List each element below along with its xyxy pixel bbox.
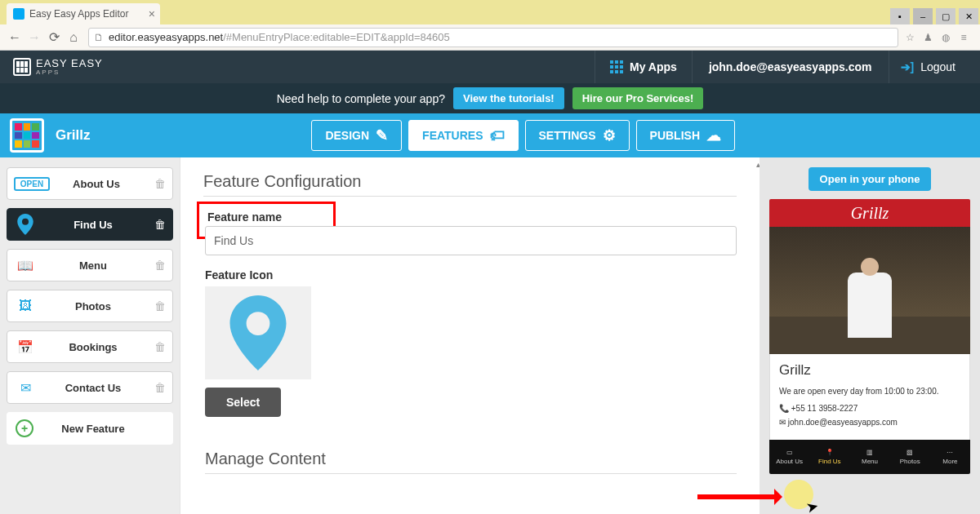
tab-favicon	[13, 8, 24, 20]
map-pin-icon	[229, 295, 287, 370]
pin-icon	[7, 214, 43, 235]
config-panel: Feature Configuration Feature name Featu…	[180, 157, 760, 514]
maximize-button[interactable]: ▢	[936, 8, 956, 24]
phone-frame: Grillz Grillz We are open every day from…	[769, 199, 970, 474]
preview-email: ✉ john.doe@easyeasyapps.com	[779, 418, 960, 427]
extension-icons: ☆ ♟ ◍ ≡	[903, 31, 975, 44]
select-icon-button[interactable]: Select	[205, 388, 281, 417]
tab-features-label: FEATURES	[422, 129, 483, 142]
more-icon: ⋯	[947, 449, 953, 456]
phone-brand-header: Grillz	[769, 199, 970, 227]
preview-tab-label: Photos	[900, 458, 920, 465]
sidebar-item-bookings[interactable]: 📅 Bookings 🗑	[7, 330, 173, 363]
tab-design[interactable]: DESIGN ✎	[311, 120, 402, 151]
grid-icon	[610, 60, 623, 73]
my-apps-button[interactable]: My Apps	[595, 51, 692, 83]
trash-icon[interactable]: 🗑	[154, 218, 166, 231]
gear-icon: ⚙	[603, 126, 616, 144]
tab-title: Easy Easy Apps Editor	[29, 8, 128, 20]
manage-content-title: Manage Content	[205, 450, 737, 474]
help-prompt: Need help to complete your app?	[277, 92, 445, 105]
image-icon: 🖼	[7, 299, 43, 313]
minimize-button[interactable]: –	[913, 8, 933, 24]
my-apps-label: My Apps	[630, 60, 677, 73]
browser-titlebar: Easy Easy Apps Editor × ▪ – ▢ ✕	[0, 0, 980, 24]
window-buttons: ▪ – ▢ ✕	[889, 7, 980, 24]
pin-icon: 📍	[826, 449, 834, 456]
feature-icon-label: Feature Icon	[205, 268, 273, 281]
star-icon[interactable]: ☆	[903, 31, 916, 44]
sidebar-item-contact-us[interactable]: ✉ Contact Us 🗑	[7, 371, 173, 404]
trash-icon[interactable]: 🗑	[154, 381, 166, 394]
reload-button[interactable]: ⟳	[44, 28, 64, 47]
home-button[interactable]: ⌂	[64, 28, 83, 47]
address-bar[interactable]: 🗋 editor.easyeasyapps.net/#MenuEntryPlac…	[88, 28, 898, 47]
sidebar-item-find-us[interactable]: Find Us 🗑	[7, 208, 173, 241]
user-email[interactable]: john.doe@easyeasyapps.com	[692, 51, 889, 83]
hire-pro-button[interactable]: Hire our Pro Services!	[572, 87, 704, 109]
browser-tab[interactable]: Easy Easy Apps Editor ×	[7, 3, 160, 24]
app-name: Grillz	[56, 127, 91, 144]
preview-tab-label: About Us	[776, 458, 803, 465]
preview-tab-findus[interactable]: 📍Find Us	[809, 440, 849, 474]
logout-label: Logout	[920, 60, 956, 73]
open-sign-icon: OPEN	[14, 177, 50, 191]
tab-features[interactable]: FEATURES 🏷	[408, 120, 518, 151]
feature-sidebar: OPEN About Us 🗑 Find Us 🗑 📖 Menu 🗑 🖼 Pho…	[0, 157, 180, 514]
sidebar-item-menu[interactable]: 📖 Menu 🗑	[7, 249, 173, 281]
sidebar-item-label: New Feature	[42, 423, 173, 435]
preview-phone-number: +55 11 3958-2227	[791, 404, 858, 413]
logout-button[interactable]: ➔] Logout	[889, 51, 968, 83]
trash-icon[interactable]: 🗑	[154, 177, 166, 190]
annotation-arrow	[697, 494, 779, 499]
sidebar-item-label: Find Us	[43, 219, 172, 231]
sidebar-item-about-us[interactable]: OPEN About Us 🗑	[7, 167, 173, 200]
logo[interactable]: EASY EASY APPS	[13, 58, 103, 76]
view-tutorials-button[interactable]: View the tutorials!	[453, 87, 564, 109]
back-button[interactable]: ←	[5, 28, 24, 47]
sidebar-item-label: Contact Us	[43, 382, 172, 394]
open-sign-icon: ▭	[786, 449, 793, 456]
feature-name-input[interactable]	[205, 226, 737, 255]
menu-icon[interactable]: ≡	[957, 31, 970, 44]
mail-icon: ✉	[7, 380, 43, 396]
preview-tab-label: Menu	[862, 458, 878, 465]
logo-text-line1: EASY EASY	[36, 59, 103, 69]
trash-icon[interactable]: 🗑	[154, 340, 166, 353]
logo-text-line2: APPS	[36, 69, 103, 76]
logo-icon	[13, 58, 31, 76]
url-path: /#MenuEntryPlace:editable=EDIT&appId=846…	[223, 31, 450, 43]
close-window-button[interactable]: ✕	[959, 8, 978, 24]
plus-circle-icon: +	[7, 419, 42, 437]
preview-tab-more[interactable]: ⋯More	[930, 440, 970, 474]
forward-button: →	[24, 28, 44, 47]
logout-icon: ➔]	[901, 60, 915, 73]
sidebar-item-label: Bookings	[43, 341, 172, 353]
subheader: Grillz DESIGN ✎ FEATURES 🏷 SETTINGS ⚙ PU…	[0, 113, 980, 157]
brush-icon: ✎	[376, 126, 388, 144]
tab-settings[interactable]: SETTINGS ⚙	[525, 120, 630, 151]
help-banner: Need help to complete your app? View the…	[0, 83, 980, 113]
app-logo-icon	[10, 118, 44, 153]
feature-name-label: Feature name	[207, 210, 325, 224]
pin-ext-icon[interactable]: ♟	[921, 31, 934, 44]
preview-tab-menu[interactable]: ▥Menu	[849, 440, 889, 474]
open-in-phone-button[interactable]: Open in your phone	[808, 167, 932, 191]
main-row: OPEN About Us 🗑 Find Us 🗑 📖 Menu 🗑 🖼 Pho…	[0, 157, 980, 514]
user-switch-button[interactable]: ▪	[890, 8, 910, 24]
image-icon: ▧	[906, 449, 913, 456]
sidebar-item-photos[interactable]: 🖼 Photos 🗑	[7, 290, 173, 322]
preview-app-title: Grillz	[779, 362, 960, 379]
trash-icon[interactable]: 🗑	[154, 259, 166, 272]
tab-close-icon[interactable]: ×	[149, 7, 155, 20]
globe-ext-icon[interactable]: ◍	[939, 31, 952, 44]
trash-icon[interactable]: 🗑	[154, 299, 166, 312]
preview-tab-photos[interactable]: ▧Photos	[890, 440, 930, 474]
preview-tabbar: ▭About Us 📍Find Us ▥Menu ▧Photos ⋯More	[769, 440, 970, 474]
preview-hours: We are open every day from 10:00 to 23:0…	[779, 387, 960, 396]
preview-tab-about[interactable]: ▭About Us	[769, 440, 809, 474]
tab-publish[interactable]: PUBLISH ☁	[636, 120, 735, 151]
preview-tab-label: More	[942, 458, 957, 465]
sidebar-new-feature[interactable]: + New Feature	[7, 412, 173, 445]
preview-email-address: john.doe@easyeasyapps.com	[788, 418, 898, 427]
